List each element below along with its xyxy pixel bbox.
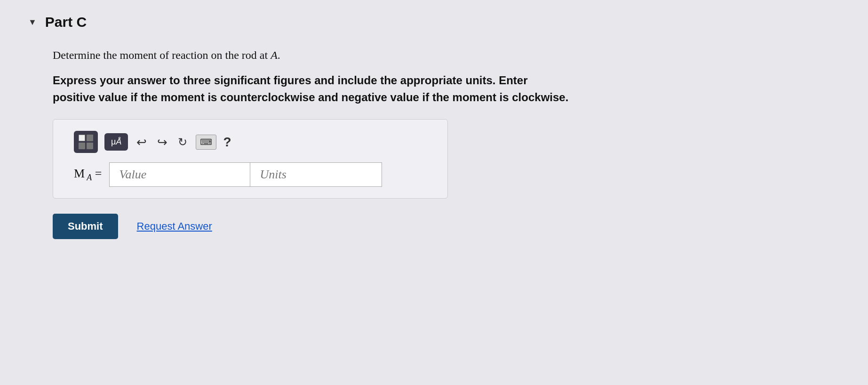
angstrom-symbol: Å: [116, 137, 121, 147]
toolbar: μÅ ↩ ↪ ↻ ⌨ ?: [66, 131, 434, 153]
bottom-row: Submit Request Answer: [53, 214, 840, 239]
instruction-suffix: .: [278, 49, 280, 61]
matrix-cell-3: [79, 143, 85, 149]
redo-button[interactable]: ↪: [155, 134, 169, 150]
subscript-A: A: [85, 173, 92, 182]
keyboard-button[interactable]: ⌨: [196, 135, 216, 150]
input-row: M A =: [66, 162, 434, 187]
instruction-line1: Determine the moment of reaction on the …: [53, 49, 840, 62]
matrix-button[interactable]: [74, 131, 98, 153]
instruction-line2: Express your answer to three significant…: [53, 72, 570, 106]
refresh-button[interactable]: ↻: [176, 135, 189, 150]
part-header: ▼ Part C: [28, 14, 840, 30]
help-button[interactable]: ?: [223, 135, 231, 150]
ma-label: M A =: [74, 167, 102, 183]
undo-button[interactable]: ↩: [135, 134, 149, 150]
page-container: ▼ Part C Determine the moment of reactio…: [28, 14, 840, 239]
answer-box: μÅ ↩ ↪ ↻ ⌨ ? M A =: [53, 119, 448, 199]
variable-A: A: [271, 49, 278, 61]
request-answer-link[interactable]: Request Answer: [137, 220, 212, 233]
matrix-icon: [79, 135, 93, 149]
collapse-arrow-icon[interactable]: ▼: [28, 17, 37, 27]
symbol-button[interactable]: μÅ: [104, 133, 128, 151]
matrix-cell-2: [87, 135, 93, 141]
submit-button[interactable]: Submit: [53, 214, 118, 239]
instructions: Determine the moment of reaction on the …: [53, 49, 840, 106]
instruction-prefix: Determine the moment of reaction on the …: [53, 49, 271, 61]
matrix-cell-1: [79, 135, 85, 141]
mu-symbol: μ: [111, 137, 116, 147]
value-input[interactable]: [109, 162, 250, 187]
matrix-cell-4: [87, 143, 93, 149]
units-input[interactable]: [250, 162, 382, 187]
part-title: Part C: [45, 14, 87, 30]
